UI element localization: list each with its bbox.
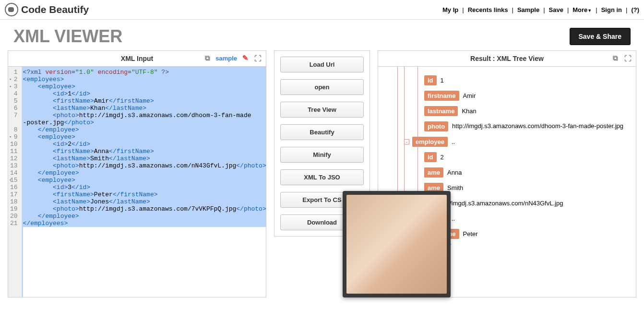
brand-icon xyxy=(5,3,18,16)
tree-row[interactable]: lastnameKhan xyxy=(381,105,633,117)
tree-value: .. xyxy=(452,138,455,145)
top-nav: My Ip| Recents links| Sample| Save| More… xyxy=(442,6,639,13)
editor-code[interactable]: <?xml version="1.0" encoding="UTF-8" ?><… xyxy=(22,67,266,297)
minify-button[interactable]: Minify xyxy=(280,147,364,163)
copy-icon[interactable]: ⧉ xyxy=(203,54,212,62)
open-button[interactable]: open xyxy=(280,79,364,95)
nav-save[interactable]: Save xyxy=(549,6,563,13)
chevron-down-icon: ▼ xyxy=(587,8,592,13)
xml-input-panel: XML Input ⧉ sample ✎ ⛶ 12▾3▾456789▾10111… xyxy=(8,50,266,297)
result-title: Result : XML Tree View xyxy=(470,55,544,62)
tree-value: http://imgdj.s3.amazonaws.com/nN43GfvL.j… xyxy=(436,200,563,207)
xml-editor[interactable]: 12▾3▾456789▾101112131415▾161718192021 <?… xyxy=(8,67,266,297)
tree-value: Peter xyxy=(463,230,478,238)
sample-link[interactable]: sample xyxy=(215,55,237,62)
tree-value: Amir xyxy=(463,92,476,99)
tree-tag-badge: id xyxy=(424,152,437,162)
nav-sample[interactable]: Sample xyxy=(517,6,539,13)
tree-tag-badge: ame xyxy=(424,167,443,178)
brand[interactable]: Code Beautify xyxy=(5,3,89,16)
preview-image xyxy=(346,195,447,294)
save-share-button[interactable]: Save & Share xyxy=(570,28,631,45)
nav-recents[interactable]: Recents links xyxy=(468,6,508,13)
title-row: XML VIEWER Save & Share xyxy=(0,20,644,50)
top-header: Code Beautify My Ip| Recents links| Samp… xyxy=(0,0,644,20)
editor-gutter: 12▾3▾456789▾101112131415▾161718192021 xyxy=(8,67,22,297)
xml-input-title: XML Input xyxy=(121,55,153,62)
tree-value: 1 xyxy=(441,77,444,84)
tree-value: http://imgdj.s3.amazonaws.com/dhoom-3-fa… xyxy=(452,122,623,131)
tree-row[interactable]: id2 xyxy=(381,151,633,163)
tree-row[interactable]: -employee.. xyxy=(381,136,633,147)
tree-value: 2 xyxy=(441,154,444,161)
nav-my-ip[interactable]: My Ip xyxy=(442,6,458,13)
result-header: Result : XML Tree View ⧉ ⛶ xyxy=(378,51,636,67)
result-copy-icon[interactable]: ⧉ xyxy=(611,54,620,62)
brand-text: Code Beautify xyxy=(21,4,89,15)
xml-to-json-button[interactable]: XML To JSO xyxy=(280,169,364,185)
nav-signin[interactable]: Sign in xyxy=(601,6,622,13)
beautify-button[interactable]: Beautify xyxy=(280,124,364,140)
tree-value: .. xyxy=(452,215,455,222)
tree-value: Khan xyxy=(462,107,476,115)
tree-tag-badge: firstname xyxy=(424,91,459,101)
page-title: XML VIEWER xyxy=(13,26,122,47)
nav-more[interactable]: More▼ xyxy=(572,6,592,13)
tree-row[interactable]: photohttp://imgdj.s3.amazonaws.com/dhoom… xyxy=(381,120,633,132)
tree-row[interactable]: ameAnna xyxy=(381,166,633,178)
load-url-button[interactable]: Load Url xyxy=(280,57,364,72)
tree-expander[interactable]: - xyxy=(404,139,409,144)
tree-tag-badge: lastname xyxy=(424,106,458,116)
tree-value: Anna xyxy=(447,169,462,176)
tree-tag-badge: photo xyxy=(424,121,448,131)
tree-view-button[interactable]: Tree View xyxy=(280,102,364,118)
main: XML Input ⧉ sample ✎ ⛶ 12▾3▾456789▾10111… xyxy=(0,50,644,297)
tree-tag-badge: employee xyxy=(412,137,448,147)
fullscreen-icon[interactable]: ⛶ xyxy=(253,54,262,62)
image-preview-popup xyxy=(343,191,451,297)
nav-help[interactable]: (?) xyxy=(631,6,639,13)
clear-icon[interactable]: ✎ xyxy=(241,54,250,62)
xml-input-header: XML Input ⧉ sample ✎ ⛶ xyxy=(8,51,266,67)
result-fullscreen-icon[interactable]: ⛶ xyxy=(623,54,632,62)
tree-value: Smith xyxy=(447,184,463,191)
tree-tag-badge: id xyxy=(424,75,437,85)
tree-row[interactable]: firstnameAmir xyxy=(381,90,633,101)
tree-row[interactable]: id1 xyxy=(381,74,633,86)
